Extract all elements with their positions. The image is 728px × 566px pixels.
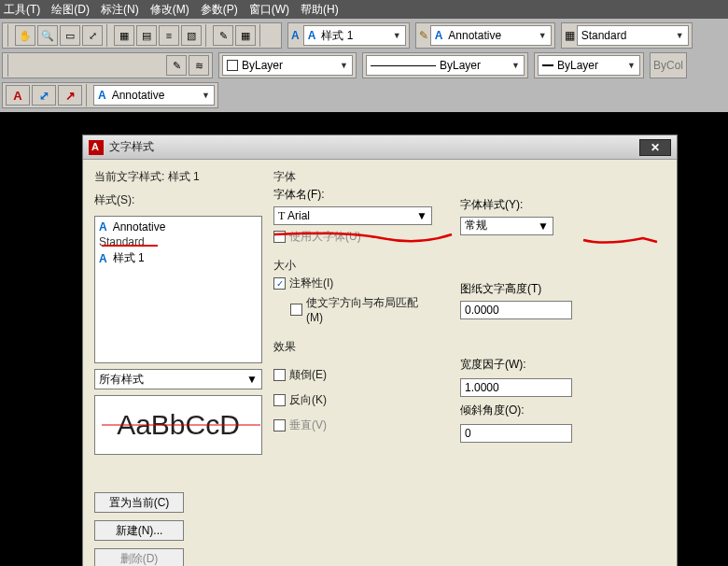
match-orient-label: 使文字方向与布局匹配(M) [306, 295, 427, 324]
paper-height-field[interactable]: 0.0000 [460, 301, 572, 319]
layer-icon[interactable]: ▦ [114, 25, 134, 46]
annot-style-dropdown[interactable]: AAnnotative▼ [93, 85, 215, 106]
annot-panel: A ⤢ ↗ AAnnotative▼ [2, 82, 218, 108]
leader-a-icon[interactable]: ↗ [58, 85, 82, 106]
table-style-value: Standard [581, 29, 627, 42]
list-item[interactable]: Standard [99, 234, 258, 249]
list-item-label: Standard [99, 235, 145, 248]
list-item-label: 样式 1 [113, 250, 145, 266]
table-style-panel: ▦ Standard▼ [561, 22, 693, 49]
font-style-dropdown[interactable]: 常规▼ [460, 217, 553, 235]
dim-a-icon[interactable]: ⤢ [32, 85, 56, 106]
brush2-icon[interactable]: ✎ [166, 55, 187, 76]
font-name-dropdown[interactable]: T Arial▼ [273, 206, 432, 225]
toolbar-row-1: ✋ 🔍 ▭ ⤢ ▦ ▤ ≡ ▧ ✎ ▦ A A样式 1▼ ✎ AAnnotati… [0, 21, 728, 50]
effects-group-title: 效果 [273, 339, 665, 355]
table-icon: ▦ [565, 29, 575, 42]
close-button[interactable]: ✕ [639, 139, 671, 156]
effects-group: 效果 颠倒(E) 反向(K) 垂直(V) 宽度因子(W): 1.0000 倾斜角… [273, 339, 665, 443]
bigfont-label: 使用大字体(U) [289, 229, 361, 245]
match-orient-checkbox[interactable] [290, 304, 302, 316]
nav-panel: ✋ 🔍 ▭ ⤢ ▦ ▤ ≡ ▧ ✎ ▦ [2, 22, 282, 49]
dialog-titlebar[interactable]: 文字样式 ✕ [83, 135, 677, 160]
sheet-icon[interactable]: ▧ [181, 25, 202, 46]
dialog-title: 文字样式 [109, 139, 634, 155]
bigfont-checkbox [273, 231, 286, 243]
menu-draw[interactable]: 绘图(D) [51, 2, 90, 18]
pan-icon[interactable]: ✋ [15, 25, 35, 46]
styles-label: 样式(S): [94, 192, 262, 208]
dim-style-dropdown[interactable]: AAnnotative▼ [430, 25, 552, 46]
menu-annotate[interactable]: 标注(N) [101, 2, 139, 18]
menu-params[interactable]: 参数(P) [201, 2, 238, 18]
menu-window[interactable]: 窗口(W) [249, 2, 289, 18]
toolbar-row-3: A ⤢ ↗ AAnnotative▼ [0, 80, 728, 110]
annotative-checkbox[interactable] [273, 277, 286, 290]
zoom-window-icon[interactable]: ▭ [60, 25, 80, 46]
styles-filter-dropdown[interactable]: 所有样式▼ [94, 369, 262, 389]
font-style-label: 字体样式(Y): [460, 197, 553, 213]
font-name-value: Arial [287, 209, 310, 222]
text-style-dropdown[interactable]: A样式 1▼ [303, 25, 406, 46]
right-column: 字体 字体名(F): T Arial▼ 使用大字体(U) 字体样式(Y): 常规… [273, 169, 665, 455]
properties-icon[interactable]: ≡ [159, 25, 179, 46]
new-button[interactable]: 新建(N)... [94, 520, 184, 541]
font-group: 字体 字体名(F): T Arial▼ 使用大字体(U) 字体样式(Y): 常规… [273, 169, 665, 245]
linetype-value: ByLayer [440, 59, 481, 72]
table-style-dropdown[interactable]: Standard▼ [577, 25, 689, 46]
text-style-value: 样式 1 [321, 28, 353, 44]
styles-listbox[interactable]: AAnnotative Standard A样式 1 [94, 216, 262, 363]
vertical-checkbox [273, 419, 286, 432]
paper-height-label: 图纸文字高度(T) [460, 281, 572, 297]
text-style-panel: A A样式 1▼ [287, 22, 410, 49]
menu-modify[interactable]: 修改(M) [150, 2, 189, 18]
backwards-label: 反向(K) [289, 392, 327, 408]
button-column: 置为当前(C) 新建(N)... 删除(D) [94, 466, 184, 566]
text-a-icon[interactable]: A [6, 85, 30, 106]
linetype-dropdown[interactable]: ByLayer▼ [366, 55, 525, 76]
backwards-checkbox[interactable] [273, 394, 286, 406]
current-style-value: 样式 1 [168, 170, 200, 183]
upside-checkbox[interactable] [273, 369, 286, 381]
upside-label: 颠倒(E) [289, 367, 327, 383]
zoom-extents-icon[interactable]: ⤢ [82, 25, 103, 46]
dim-icon: ✎ [419, 29, 428, 42]
color-dropdown[interactable]: ByLayer▼ [222, 55, 353, 76]
left-column: 当前文字样式: 样式 1 样式(S): AAnnotative Standard… [94, 169, 262, 455]
brush-icon[interactable]: ✎ [213, 25, 233, 46]
preview-box: AaBbCcD [94, 395, 262, 455]
layer2-icon[interactable]: ▤ [136, 25, 157, 46]
app-logo-icon [89, 140, 104, 155]
layers-icon[interactable]: ≋ [189, 55, 209, 76]
dim-style-panel: ✎ AAnnotative▼ [415, 22, 555, 49]
a-icon: A [291, 29, 300, 42]
paper-height-value: 0.0000 [465, 304, 499, 317]
size-group: 大小 注释性(I) 使文字方向与布局匹配(M) 图纸文字高度(T) 0.0000 [273, 258, 665, 324]
list-item[interactable]: A样式 1 [99, 249, 258, 267]
color-value: ByLayer [242, 59, 283, 72]
width-field[interactable]: 1.0000 [460, 378, 572, 397]
text-style-dialog: 文字样式 ✕ 当前文字样式: 样式 1 样式(S): AAnnotative S… [82, 134, 678, 566]
calc-icon[interactable]: ▦ [235, 25, 256, 46]
zoom-icon[interactable]: 🔍 [37, 25, 58, 46]
menu-help[interactable]: 帮助(H) [301, 2, 339, 18]
font-group-title: 字体 [273, 169, 665, 185]
oblique-value: 0 [465, 427, 471, 440]
font-name-label: 字体名(F): [273, 187, 451, 203]
menu-tools[interactable]: 工具(T) [4, 2, 40, 18]
delete-button: 删除(D) [94, 548, 184, 566]
color-panel: ByLayer▼ [218, 52, 357, 78]
annotative-label: 注释性(I) [289, 276, 333, 291]
lineweight-dropdown[interactable]: ByLayer▼ [538, 55, 640, 76]
lineweight-panel: ByLayer▼ [534, 52, 644, 78]
set-current-button[interactable]: 置为当前(C) [94, 492, 184, 513]
dim-style-value: Annotative [448, 29, 501, 42]
oblique-field[interactable]: 0 [460, 424, 572, 443]
list-item[interactable]: AAnnotative [99, 219, 258, 234]
current-style-label: 当前文字样式: [94, 170, 164, 183]
list-item-label: Annotative [113, 220, 166, 233]
annot-style-value: Annotative [112, 89, 165, 102]
toolbar-area: ✋ 🔍 ▭ ⤢ ▦ ▤ ≡ ▧ ✎ ▦ A A样式 1▼ ✎ AAnnotati… [0, 19, 728, 112]
oblique-label: 倾斜角度(O): [460, 403, 572, 418]
filter-value: 所有样式 [99, 372, 144, 388]
